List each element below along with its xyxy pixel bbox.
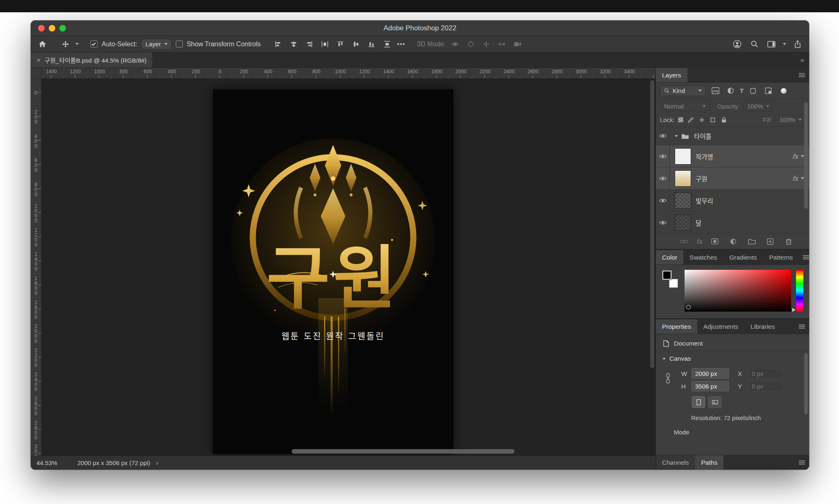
layer-name[interactable]: 빛무리 [696, 196, 809, 205]
align-vertical-centers-icon[interactable] [350, 38, 362, 50]
dock-expand-button[interactable]: » [796, 52, 809, 68]
3d-slide-icon[interactable] [496, 38, 508, 50]
auto-select-target-select[interactable]: Layer [141, 39, 172, 50]
3d-roll-icon[interactable] [465, 38, 476, 50]
tab-patterns[interactable]: Patterns [763, 250, 799, 264]
y-field[interactable]: 0 px [748, 381, 782, 391]
align-bottom-edges-icon[interactable] [366, 38, 377, 50]
layer-name[interactable]: 구원 [696, 174, 792, 183]
hue-slider[interactable] [796, 270, 803, 312]
fill-select[interactable]: 100% [776, 115, 805, 125]
lock-image-brush-icon[interactable] [687, 114, 694, 126]
background-color-swatch[interactable] [669, 279, 678, 288]
panel-menu-icon[interactable] [795, 68, 809, 82]
lock-position-icon[interactable] [698, 114, 705, 126]
tool-preset-chevron-icon[interactable] [75, 43, 79, 45]
tab-paths[interactable]: Paths [695, 455, 724, 470]
color-picker-handle[interactable] [686, 305, 691, 310]
zoom-level-field[interactable]: 44.53% [36, 459, 61, 466]
canvas-section-header[interactable]: Canvas [656, 351, 809, 366]
panel-menu-icon[interactable] [799, 250, 809, 264]
tab-channels[interactable]: Channels [656, 455, 695, 470]
vertical-scrollbar-thumb[interactable] [650, 80, 654, 368]
layer-thumbnail[interactable] [675, 192, 691, 209]
add-mask-icon[interactable] [709, 236, 721, 247]
close-window-button[interactable] [38, 25, 45, 32]
search-icon[interactable] [748, 38, 760, 50]
portrait-orientation-button[interactable] [692, 396, 705, 408]
foreground-color-swatch[interactable] [662, 271, 671, 280]
tab-layers[interactable]: Layers [656, 68, 687, 82]
panel-menu-icon[interactable] [795, 319, 809, 334]
opacity-select[interactable]: 100% [743, 101, 773, 111]
home-icon[interactable] [36, 38, 48, 50]
tab-gradients[interactable]: Gradients [723, 250, 763, 264]
document-tab[interactable]: × 구원_타이틀B.psd @ 44.5% (RGB/8#) [31, 52, 153, 68]
3d-pan-icon[interactable] [481, 38, 492, 50]
filter-adjustment-layers-icon[interactable] [725, 85, 736, 97]
close-document-icon[interactable]: × [36, 57, 41, 64]
new-adjustment-layer-icon[interactable] [728, 236, 739, 247]
delete-layer-icon[interactable] [783, 236, 794, 247]
lock-artboard-icon[interactable] [709, 114, 717, 126]
zoom-window-button[interactable] [59, 25, 66, 32]
new-group-icon[interactable] [746, 236, 757, 247]
ruler-corner[interactable] [31, 68, 41, 79]
layer-filter-toggle-icon[interactable] [781, 88, 787, 94]
horizontal-scrollbar-thumb[interactable] [292, 449, 515, 454]
tab-libraries[interactable]: Libraries [744, 319, 781, 334]
horizontal-ruler[interactable]: 1400120010008006004002000200400600800100… [41, 68, 655, 79]
layer-filter-select[interactable]: Kind [660, 86, 706, 96]
filter-pixel-layers-icon[interactable] [710, 85, 721, 97]
more-align-options-button[interactable]: ••• [397, 41, 405, 48]
tab-adjustments[interactable]: Adjustments [697, 319, 744, 334]
3d-orbit-icon[interactable] [449, 38, 461, 50]
layer-thumbnail[interactable] [675, 170, 691, 187]
layer-row[interactable]: 구원 fx [656, 167, 809, 189]
horizontal-scrollbar[interactable] [41, 449, 650, 454]
blend-mode-select[interactable]: Normal [660, 101, 710, 111]
layer-thumbnail[interactable] [675, 148, 691, 165]
layer-style-icon[interactable]: fx [696, 238, 702, 245]
distribute-vertical-icon[interactable] [381, 38, 393, 50]
properties-scrollbar-thumb[interactable] [804, 353, 808, 414]
panel-menu-icon[interactable] [795, 455, 809, 470]
distribute-horizontal-icon[interactable] [319, 38, 331, 50]
document-viewport[interactable]: 구원 웹툰 도진 원작 그웬돌린 [41, 79, 655, 456]
filter-type-layers-icon[interactable]: T [740, 87, 744, 94]
move-tool-icon[interactable] [60, 38, 71, 50]
layer-row[interactable]: 달 [656, 211, 809, 233]
group-expand-chevron-icon[interactable] [675, 135, 678, 137]
status-options-chevron[interactable]: › [156, 459, 159, 467]
3d-camera-icon[interactable] [512, 38, 523, 50]
x-field[interactable]: 0 px [748, 368, 782, 379]
layer-row[interactable]: 빛무리 [656, 189, 809, 211]
tab-swatches[interactable]: Swatches [683, 250, 723, 264]
group-name[interactable]: 타이틀 [694, 131, 809, 140]
lock-all-icon[interactable] [720, 114, 728, 126]
constrain-proportions-icon[interactable] [666, 373, 670, 384]
show-transform-checkbox[interactable] [176, 41, 183, 47]
layer-name[interactable]: 작가명 [696, 152, 792, 161]
align-left-edges-icon[interactable] [272, 38, 284, 50]
layer-group-row[interactable]: 타이틀 [656, 127, 809, 145]
height-field[interactable]: 3506 px [692, 381, 729, 391]
vertical-ruler[interactable]: 0200400600800100012001400160018002000220… [31, 79, 41, 456]
filter-smart-objects-icon[interactable] [762, 85, 774, 97]
workspace-chevron-icon[interactable] [783, 43, 786, 45]
align-horizontal-centers-icon[interactable] [288, 38, 299, 50]
filter-shape-layers-icon[interactable] [747, 85, 759, 97]
align-right-edges-icon[interactable] [304, 38, 315, 50]
layer-name[interactable]: 달 [696, 218, 809, 227]
workspace-switcher-icon[interactable] [766, 38, 777, 50]
title-bar[interactable]: Adobe Photoshop 2022 [31, 20, 809, 36]
layer-row[interactable]: 작가명 fx [656, 145, 809, 167]
document-canvas[interactable]: 구원 웹툰 도진 원작 그웬돌린 [213, 89, 454, 454]
share-icon[interactable] [792, 38, 803, 50]
minimize-window-button[interactable] [49, 25, 55, 32]
account-icon[interactable] [731, 38, 743, 50]
link-layers-icon[interactable] [678, 236, 689, 247]
width-field[interactable]: 2000 px [692, 368, 729, 379]
vertical-scrollbar[interactable] [650, 79, 654, 447]
auto-select-checkbox[interactable] [91, 41, 98, 47]
